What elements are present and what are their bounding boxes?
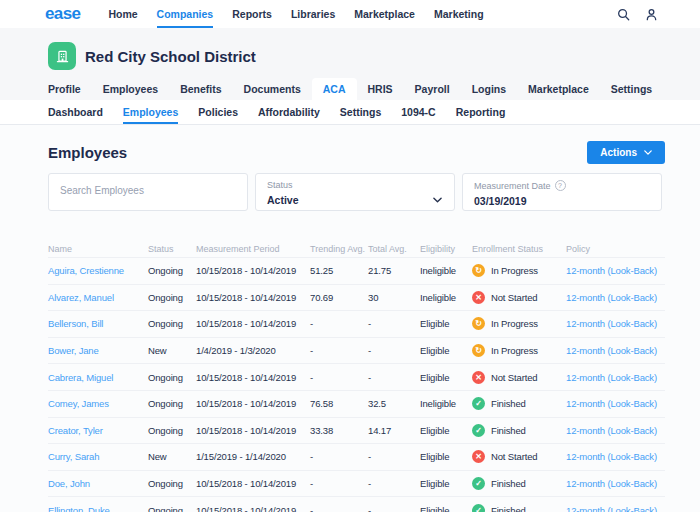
notstarted-status-icon: ✕ xyxy=(472,450,485,463)
employee-name-link[interactable]: Ellington, Duke xyxy=(48,505,148,512)
eligibility-cell: Ineligible xyxy=(420,265,472,276)
tab-marketplace[interactable]: Marketplace xyxy=(517,78,600,100)
notstarted-status-icon: ✕ xyxy=(472,291,485,304)
tab-payroll[interactable]: Payroll xyxy=(404,78,461,100)
subtab-settings[interactable]: Settings xyxy=(340,100,381,124)
ease-logo[interactable]: ease xyxy=(45,4,80,24)
nav-item-home[interactable]: Home xyxy=(108,0,137,28)
app-window: ease HomeCompaniesReportsLibrariesMarket… xyxy=(0,0,700,512)
enrollment-status-label: In Progress xyxy=(491,345,538,356)
policy-link[interactable]: 12-month (Look-Back) xyxy=(566,505,665,512)
tab-settings[interactable]: Settings xyxy=(600,78,663,100)
employee-name-link[interactable]: Bower, Jane xyxy=(48,345,148,356)
eligibility-cell: Ineligible xyxy=(420,292,472,303)
subtab-employees[interactable]: Employees xyxy=(123,100,178,124)
tab-hris[interactable]: HRIS xyxy=(357,78,404,100)
policy-link[interactable]: 12-month (Look-Back) xyxy=(566,318,665,329)
company-row: Red City School District xyxy=(0,42,700,70)
employee-name-link[interactable]: Comey, James xyxy=(48,398,148,409)
status-filter-value: Active xyxy=(267,194,443,206)
measurement-date-value: 03/19/2019 xyxy=(474,195,650,207)
employee-name-link[interactable]: Curry, Sarah xyxy=(48,451,148,462)
employee-name-link[interactable]: Alvarez, Manuel xyxy=(48,292,148,303)
policy-link[interactable]: 12-month (Look-Back) xyxy=(566,372,665,383)
subtab-1094-c[interactable]: 1094-C xyxy=(401,100,435,124)
policy-link[interactable]: 12-month (Look-Back) xyxy=(566,345,665,356)
search-employees-input[interactable] xyxy=(60,184,236,196)
enrollment-status-label: Not Started xyxy=(491,372,537,383)
enrollment-status-cell: ✕Not Started xyxy=(472,371,566,384)
employee-name-link[interactable]: Aguira, Crestienne xyxy=(48,265,148,276)
table-body: Aguira, CrestienneOngoing10/15/2018 - 10… xyxy=(48,258,665,512)
finished-status-icon: ✓ xyxy=(472,424,485,437)
nav-item-marketplace[interactable]: Marketplace xyxy=(354,0,415,28)
table-row: Alvarez, ManuelOngoing10/15/2018 - 10/14… xyxy=(48,285,665,312)
table-row: Ellington, DukeOngoing10/15/2018 - 10/14… xyxy=(48,497,665,512)
user-icon[interactable] xyxy=(645,8,658,21)
column-header-total-avg: Total Avg. xyxy=(368,244,420,254)
tab-documents[interactable]: Documents xyxy=(233,78,312,100)
status-cell: New xyxy=(148,345,196,356)
nav-item-libraries[interactable]: Libraries xyxy=(291,0,335,28)
policy-link[interactable]: 12-month (Look-Back) xyxy=(566,478,665,489)
subtab-dashboard[interactable]: Dashboard xyxy=(48,100,103,124)
column-header-policy: Policy xyxy=(566,244,665,254)
total-avg-cell: - xyxy=(368,318,420,329)
trending-avg-cell: 51.25 xyxy=(310,265,368,276)
subtab-affordability[interactable]: Affordability xyxy=(258,100,320,124)
enrollment-status-label: Finished xyxy=(491,425,526,436)
progress-status-icon: ↻ xyxy=(472,264,485,277)
nav-icons xyxy=(617,0,658,28)
tab-logins[interactable]: Logins xyxy=(461,78,517,100)
help-icon[interactable]: ? xyxy=(555,180,566,191)
measurement-date-filter[interactable]: Measurement Date ? 03/19/2019 xyxy=(462,173,662,211)
policy-link[interactable]: 12-month (Look-Back) xyxy=(566,398,665,409)
status-cell: Ongoing xyxy=(148,478,196,489)
employee-name-link[interactable]: Cabrera, Miguel xyxy=(48,372,148,383)
subtab-reporting[interactable]: Reporting xyxy=(456,100,506,124)
measurement-period-cell: 10/15/2018 - 10/14/2019 xyxy=(196,318,310,329)
column-header-trending-avg: Trending Avg. xyxy=(310,244,368,254)
column-header-status: Status xyxy=(148,244,196,254)
finished-status-icon: ✓ xyxy=(472,477,485,490)
tab-aca[interactable]: ACA xyxy=(312,78,357,100)
company-name: Red City School District xyxy=(85,48,256,65)
policy-link[interactable]: 12-month (Look-Back) xyxy=(566,425,665,436)
table-row: Curry, SarahNew1/15/2019 - 1/14/2020--El… xyxy=(48,444,665,471)
nav-item-companies[interactable]: Companies xyxy=(157,0,214,28)
employee-name-link[interactable]: Creator, Tyler xyxy=(48,425,148,436)
enrollment-status-cell: ✕Not Started xyxy=(472,291,566,304)
actions-button[interactable]: Actions xyxy=(587,141,665,164)
enrollment-status-cell: ↻In Progress xyxy=(472,264,566,277)
progress-status-icon: ↻ xyxy=(472,317,485,330)
total-avg-cell: - xyxy=(368,345,420,356)
nav-item-marketing[interactable]: Marketing xyxy=(434,0,484,28)
employees-table: NameStatusMeasurement PeriodTrending Avg… xyxy=(48,240,665,512)
company-header: Red City School District ProfileEmployee… xyxy=(0,28,700,100)
tab-profile[interactable]: Profile xyxy=(37,78,92,100)
measurement-period-cell: 10/15/2018 - 10/14/2019 xyxy=(196,398,310,409)
policy-link[interactable]: 12-month (Look-Back) xyxy=(566,451,665,462)
status-filter[interactable]: Status Active xyxy=(255,173,455,211)
total-avg-cell: 30 xyxy=(368,292,420,303)
page-head: Employees Actions xyxy=(48,140,665,164)
policy-link[interactable]: 12-month (Look-Back) xyxy=(566,265,665,276)
employee-name-link[interactable]: Doe, John xyxy=(48,478,148,489)
nav-item-reports[interactable]: Reports xyxy=(232,0,272,28)
enrollment-status-cell: ↻In Progress xyxy=(472,317,566,330)
eligibility-cell: Eligible xyxy=(420,372,472,383)
total-avg-cell: - xyxy=(368,451,420,462)
tab-employees[interactable]: Employees xyxy=(92,78,169,100)
measurement-period-cell: 1/15/2019 - 1/14/2020 xyxy=(196,451,310,462)
enrollment-status-label: Finished xyxy=(491,398,526,409)
main-nav: HomeCompaniesReportsLibrariesMarketplace… xyxy=(108,0,502,28)
eligibility-cell: Eligible xyxy=(420,451,472,462)
search-employees-box[interactable] xyxy=(48,173,248,211)
subtab-policies[interactable]: Policies xyxy=(198,100,238,124)
employee-name-link[interactable]: Bellerson, Bill xyxy=(48,318,148,329)
tab-benefits[interactable]: Benefits xyxy=(169,78,232,100)
status-cell: Ongoing xyxy=(148,505,196,512)
search-icon[interactable] xyxy=(617,8,630,21)
policy-link[interactable]: 12-month (Look-Back) xyxy=(566,292,665,303)
eligibility-cell: Eligible xyxy=(420,505,472,512)
